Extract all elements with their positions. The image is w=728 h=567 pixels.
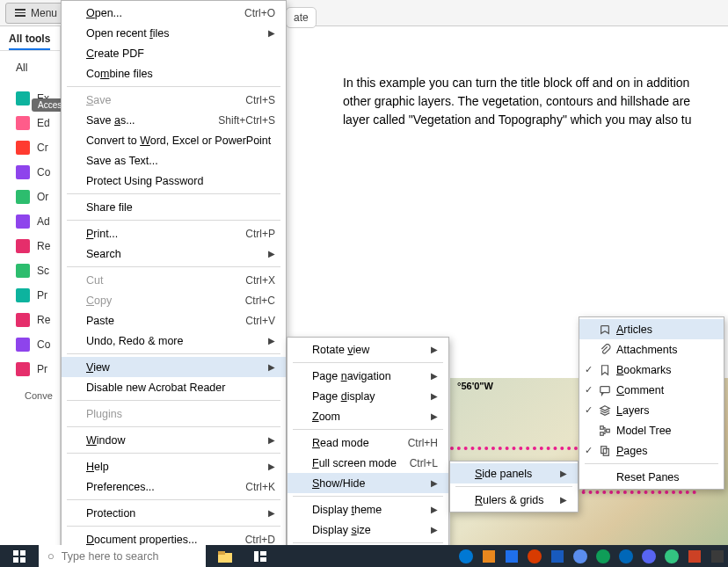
menu-button[interactable]: Menu <box>5 3 67 24</box>
menu-item[interactable]: Disable new Acrobat Reader <box>62 377 286 397</box>
menu-item[interactable]: Reset Panes <box>579 467 724 487</box>
tool-item[interactable]: Ed <box>0 111 60 135</box>
menu-item[interactable]: Search▶ <box>62 244 286 264</box>
tool-item[interactable]: Pr <box>0 357 60 382</box>
svg-point-20 <box>573 549 587 563</box>
taskbar-app-icon[interactable] <box>661 545 682 567</box>
menu-item[interactable]: PasteCtrl+V <box>62 310 286 331</box>
menu-item[interactable]: Protection▶ <box>62 503 286 523</box>
tool-label: Cr <box>37 142 48 154</box>
menu-item[interactable]: Display theme▶ <box>288 499 448 520</box>
menu-button-label: Menu <box>31 7 57 19</box>
tool-item[interactable]: Re <box>0 234 60 258</box>
taskbar-app-icon[interactable] <box>707 545 728 567</box>
menu-item-label: Comment <box>616 384 713 396</box>
taskbar-app-icon[interactable] <box>478 545 499 567</box>
menu-item[interactable]: Combine files <box>62 63 286 84</box>
menu-item[interactable]: Save as Text... <box>62 150 286 171</box>
tool-item[interactable]: Re <box>0 308 60 332</box>
menu-item-label: Protect Using Password <box>86 175 275 187</box>
taskbar-search[interactable]: ○ Type here to search <box>39 545 206 567</box>
menu-item[interactable]: Attachments <box>579 339 724 360</box>
menu-item[interactable]: Rotate view▶ <box>288 339 448 360</box>
menu-item[interactable]: Print...Ctrl+P <box>62 223 286 244</box>
menu-shortcut: Ctrl+O <box>244 7 275 19</box>
menu-item-label: Disable new Acrobat Reader <box>86 382 275 394</box>
taskbar-app-icon[interactable] <box>206 548 244 565</box>
tool-item[interactable]: Ad <box>0 209 60 234</box>
taskbar-app-icon[interactable] <box>524 545 545 567</box>
menu-item[interactable]: Help▶ <box>62 456 286 476</box>
menu-item[interactable]: Convert to Word, Excel or PowerPoint <box>62 130 286 150</box>
menu-shortcut: Ctrl+K <box>245 481 275 493</box>
menu-item[interactable]: Preferences...Ctrl+K <box>62 476 286 497</box>
menu-item[interactable]: Create PDF <box>62 43 286 63</box>
taskbar-app-icon[interactable] <box>638 545 659 567</box>
menu-item[interactable]: Save as...Shift+Ctrl+S <box>62 110 286 130</box>
menu-item[interactable]: Full screen modeCtrl+L <box>288 453 448 473</box>
menu-item[interactable]: Share file <box>62 197 286 217</box>
menu-item-label: Model Tree <box>616 425 713 437</box>
tool-item[interactable]: Sc <box>0 258 60 283</box>
side-panels-submenu[interactable]: ArticlesAttachments✓Bookmarks✓Comment✓La… <box>579 316 724 490</box>
taskbar-app-icon[interactable] <box>684 545 705 567</box>
attach-icon <box>599 344 611 356</box>
taskbar-app-icon[interactable] <box>615 545 637 567</box>
tool-item[interactable]: Cr <box>0 135 60 160</box>
submenu-arrow-icon: ▶ <box>431 371 438 381</box>
svg-rect-11 <box>218 551 225 555</box>
tool-list: ExEdCrCoOrAdReScPrReCoPr <box>0 81 60 382</box>
menu-item[interactable]: Window▶ <box>62 430 286 450</box>
tool-item[interactable]: Co <box>0 160 60 185</box>
menu-item[interactable]: Display size▶ <box>288 520 448 540</box>
menu-shortcut: Ctrl+D <box>245 534 275 546</box>
menu-separator <box>67 400 280 401</box>
menu-item[interactable]: Read modeCtrl+H <box>288 433 448 453</box>
svg-rect-12 <box>254 551 258 562</box>
taskbar-app-icon[interactable] <box>547 545 568 567</box>
menu-item[interactable]: Model Tree <box>579 420 724 440</box>
submenu-arrow-icon: ▶ <box>431 478 438 488</box>
taskbar-app-icon[interactable] <box>593 545 614 567</box>
menu-item[interactable]: ✓Comment <box>579 380 724 400</box>
menu-item[interactable]: Rulers & grids▶ <box>450 490 578 510</box>
menu-shortcut: Ctrl+P <box>245 228 275 240</box>
tool-item[interactable]: Co <box>0 332 60 357</box>
svg-rect-25 <box>688 550 701 563</box>
start-button[interactable] <box>0 545 39 567</box>
file-menu[interactable]: Open...Ctrl+OOpen recent files▶Create PD… <box>61 0 287 567</box>
menu-item[interactable]: View▶ <box>62 357 286 377</box>
tool-item[interactable]: Pr <box>0 283 60 308</box>
windows-icon <box>13 550 25 563</box>
menu-item[interactable]: ✓Bookmarks <box>579 360 724 380</box>
show-hide-submenu[interactable]: Side panels▶Rulers & grids▶ <box>449 461 579 512</box>
menu-item[interactable]: Protect Using Password <box>62 171 286 191</box>
menu-item[interactable]: Page display▶ <box>288 386 448 406</box>
task-view-icon <box>253 549 267 563</box>
taskbar-app-icon[interactable] <box>501 545 522 567</box>
menu-item[interactable]: Articles <box>579 319 724 339</box>
tool-label: Pr <box>37 363 47 375</box>
taskbar-app-icon[interactable] <box>570 545 591 567</box>
menu-item[interactable]: Undo, Redo & more▶ <box>62 331 286 351</box>
view-submenu[interactable]: Rotate view▶Page navigation▶Page display… <box>287 337 449 567</box>
taskbar-app-icon[interactable] <box>244 549 276 563</box>
menu-item-label: Open recent files <box>86 27 252 40</box>
check-icon: ✓ <box>585 404 593 416</box>
windows-taskbar[interactable]: ○ Type here to search <box>0 545 728 567</box>
svg-point-22 <box>619 549 633 563</box>
menu-item[interactable]: Open...Ctrl+O <box>62 3 286 23</box>
menu-item[interactable]: ✓Pages <box>579 440 724 461</box>
menu-item[interactable]: Zoom▶ <box>288 406 448 426</box>
menu-item[interactable]: Side panels▶ <box>450 463 578 483</box>
menu-item[interactable]: Open recent files▶ <box>62 23 286 43</box>
document-tab-fragment[interactable]: ate <box>286 7 317 28</box>
tab-all-tools[interactable]: All tools <box>9 29 50 50</box>
menu-shortcut: Ctrl+V <box>245 315 275 327</box>
menu-item[interactable]: ✓Layers <box>579 400 724 420</box>
menu-item-label: Combine files <box>86 68 275 80</box>
menu-item[interactable]: Show/Hide▶ <box>288 473 448 493</box>
taskbar-app-icon[interactable] <box>455 545 477 567</box>
tool-item[interactable]: Or <box>0 185 60 209</box>
menu-item[interactable]: Page navigation▶ <box>288 366 448 386</box>
